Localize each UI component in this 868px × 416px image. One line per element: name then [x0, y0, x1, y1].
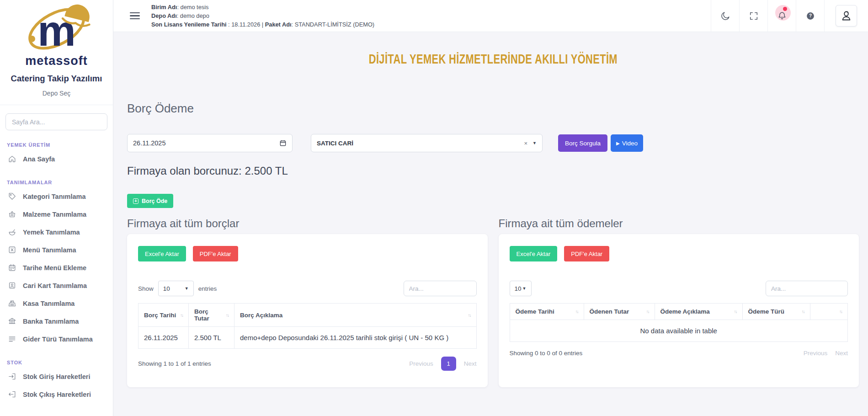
topbar: Birim Adı: demo tesis Depo Adı: demo dep…	[113, 0, 868, 32]
show-label: Show	[138, 285, 154, 292]
notification-dot	[783, 7, 787, 11]
sort-icon: ↑↓	[839, 309, 842, 314]
sidebar-item-yemek-tan-mlama[interactable]: Yemek Tanımlama	[0, 223, 113, 241]
next-page-button[interactable]: Next	[835, 350, 848, 357]
payments-card: Excel'e Aktar PDF'e Aktar 10 ▼ Ödeme Tar…	[499, 234, 859, 387]
help-button[interactable]: ?	[796, 0, 824, 32]
export-excel-button[interactable]: Excel'e Aktar	[138, 246, 186, 261]
user-avatar-button[interactable]	[824, 0, 868, 32]
debts-card: Excel'e Aktar PDF'e Aktar Show 10 ▼ entr…	[127, 234, 488, 387]
chevron-down-icon: ▼	[185, 286, 189, 291]
debts-section: Firmaya ait tüm borçlar Excel'e Aktar PD…	[127, 217, 488, 387]
sidebar-item-label: Yemek Tanımlama	[23, 229, 80, 236]
sidebar-item-stok-k-hareketleri[interactable]: Stok Çıkış Hareketleri	[0, 385, 113, 403]
page-1-button[interactable]: 1	[441, 357, 456, 371]
video-button[interactable]: ▶ Video	[611, 134, 643, 152]
help-icon: ?	[805, 11, 815, 21]
date-input[interactable]: 26.11.2025	[127, 134, 293, 152]
column-header[interactable]: Ödeme Türü↑↓	[742, 304, 810, 320]
topbar-icons: ?	[711, 0, 868, 32]
nav-section-label: STOK	[7, 360, 113, 365]
sidebar-item-gider-t-r-tan-mlama[interactable]: Gider Türü Tanımlama	[0, 330, 113, 348]
sidebar-item-cari-kart-tan-mlama[interactable]: Cari Kart Tanımlama	[0, 277, 113, 294]
page-title: Borç Ödeme	[127, 101, 859, 116]
moon-icon	[720, 11, 730, 21]
page-size-select[interactable]: 10 ▼	[510, 281, 532, 296]
table-row[interactable]: 26.11.20252.500 TLdemo+depo Deposundaki …	[138, 327, 477, 349]
sidebar-item-label: Kasa Tanımlama	[23, 300, 75, 307]
sidebar-item-label: Malzeme Tanımlama	[23, 211, 86, 218]
sort-icon: ↑↓	[575, 309, 578, 314]
sidebar-item-kategori-tan-mlama[interactable]: Kategori Tanımlama	[0, 187, 113, 205]
tag-icon	[8, 192, 16, 201]
sidebar-nav: YEMEK ÜRETİMAna SayfaTANIMLAMALARKategor…	[0, 142, 113, 403]
sidebar-item-label: Tarihe Menü Ekleme	[23, 264, 86, 272]
sidebar-item-tarihe-men-ekleme[interactable]: Tarihe Menü Ekleme	[0, 259, 113, 277]
column-header[interactable]: Borç Açıklama↑↓	[234, 304, 477, 327]
column-header[interactable]: ↑↓	[810, 304, 848, 320]
column-header[interactable]: Borç Tarihi↑↓	[138, 304, 189, 327]
sidebar-item-malzeme-tan-mlama[interactable]: Malzeme Tanımlama	[0, 205, 113, 223]
column-label: Borç Tutar	[194, 308, 223, 322]
column-label: Ödeme Tarihi	[516, 308, 554, 315]
debt-total-text: Firmaya olan borcunuz: 2.500 TL	[127, 165, 859, 177]
bowl-icon	[8, 228, 16, 236]
home-icon	[8, 155, 16, 163]
metassoft-logo: m metassoft	[0, 0, 113, 68]
column-header[interactable]: Ödeme Tarihi↑↓	[510, 304, 584, 320]
sidebar-item-label: Gider Türü Tanımlama	[23, 336, 93, 343]
bank-icon	[8, 317, 16, 325]
sort-icon: ↑↓	[468, 313, 471, 318]
supplier-select[interactable]: SATICI CARİ × ▼	[311, 134, 543, 152]
previous-page-button[interactable]: Previous	[804, 350, 828, 357]
sidebar-item-banka-tan-mlama[interactable]: Banka Tanımlama	[0, 312, 113, 330]
payments-table: Ödeme Tarihi↑↓Ödenen Tutar↑↓Ödeme Açıkla…	[510, 303, 848, 342]
column-header[interactable]: Borç Tutar↑↓	[189, 304, 234, 327]
column-label: Borç Açıklama	[240, 312, 282, 319]
debts-search-input[interactable]	[404, 281, 477, 296]
clear-selection-icon[interactable]: ×	[524, 140, 527, 147]
fullscreen-button[interactable]	[739, 0, 767, 32]
fullscreen-icon	[749, 11, 759, 21]
payments-search-input[interactable]	[766, 281, 848, 296]
sidebar-item-label: Stok Çıkış Hareketleri	[23, 391, 91, 398]
tables-row: Firmaya ait tüm borçlar Excel'e Aktar PD…	[127, 217, 859, 387]
sort-icon: ↑↓	[180, 313, 183, 318]
depot-name-line: Depo Adı: demo depo	[151, 11, 374, 20]
calendar-icon[interactable]	[279, 139, 287, 147]
export-pdf-button[interactable]: PDF'e Aktar	[193, 246, 238, 261]
sidebar-search-input[interactable]	[5, 113, 107, 130]
table-cell: demo+depo Deposundaki 26.11.2025 tarihli…	[234, 327, 477, 349]
moon-button[interactable]	[711, 0, 739, 32]
menu-icon	[8, 245, 16, 254]
export-excel-button[interactable]: Excel'e Aktar	[510, 246, 558, 261]
previous-page-button[interactable]: Previous	[409, 360, 433, 367]
avatar	[836, 5, 857, 27]
payments-info-text: Showing 0 to 0 of 0 entries	[510, 350, 583, 357]
sidebar-item-stok-giri-hareketleri[interactable]: Stok Giriş Hareketleri	[0, 368, 113, 385]
bell-button[interactable]	[767, 0, 796, 32]
sidebar-divider	[0, 105, 113, 105]
query-debt-button[interactable]: Borç Sorgula	[558, 134, 607, 152]
page-size-select[interactable]: 10 ▼	[158, 281, 194, 296]
license-line: Son Lisans Yenileme Tarihi : 18.11.2026 …	[151, 20, 374, 29]
debts-info-text: Showing 1 to 1 of 1 entries	[138, 360, 211, 367]
sidebar-item-kasa-tan-mlama[interactable]: Kasa Tanımlama	[0, 294, 113, 312]
next-page-button[interactable]: Next	[464, 360, 477, 367]
export-pdf-button[interactable]: PDF'e Aktar	[564, 246, 609, 261]
column-label: Ödenen Tutar	[590, 308, 629, 315]
pay-debt-button[interactable]: + Borç Öde	[127, 194, 173, 208]
depot-select-link[interactable]: Depo Seç	[0, 90, 113, 97]
sidebar-item-label: Cari Kart Tanımlama	[23, 282, 87, 289]
sidebar-item-ana-sayfa[interactable]: Ana Sayfa	[0, 150, 113, 168]
main-content: DİJİTAL YEMEK HİZMETLERİNDE AKILLI YÖNET…	[113, 32, 868, 416]
nav-section-label: YEMEK ÜRETİM	[7, 142, 113, 148]
sidebar-item-men-tan-mlama[interactable]: Menü Tanımlama	[0, 241, 113, 259]
column-header[interactable]: Ödenen Tutar↑↓	[584, 304, 655, 320]
sort-icon: ↑↓	[226, 313, 229, 318]
payments-title: Firmaya ait tüm ödemeler	[499, 217, 859, 230]
menu-toggle-button[interactable]	[130, 11, 140, 21]
column-header[interactable]: Ödeme Açıklama↑↓	[655, 304, 742, 320]
cash-register-icon	[8, 299, 16, 308]
debts-title: Firmaya ait tüm borçlar	[127, 217, 488, 230]
